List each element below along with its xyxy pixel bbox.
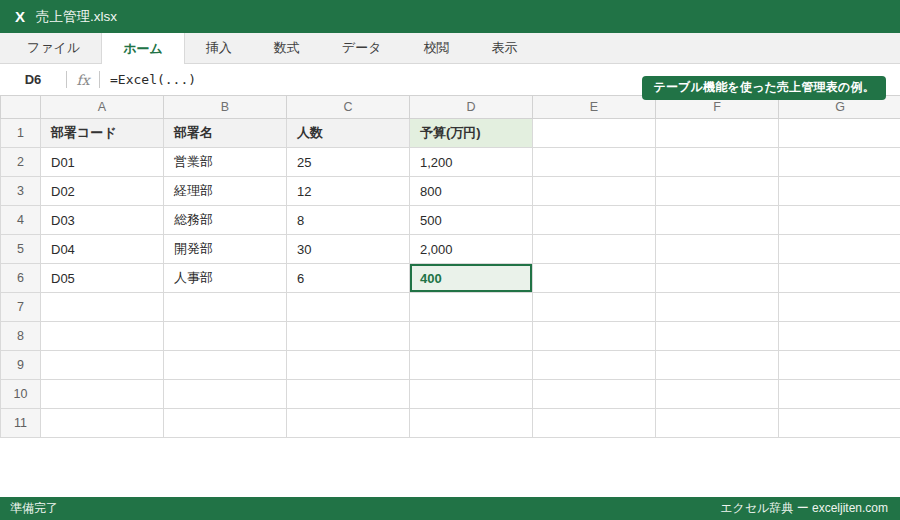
row-header-9[interactable]: 9 <box>1 351 41 380</box>
cell-F8[interactable] <box>656 322 779 351</box>
cell-A11[interactable] <box>41 409 164 438</box>
cell-B11[interactable] <box>164 409 287 438</box>
tab-data[interactable]: データ <box>321 33 403 63</box>
cell-B4[interactable]: 総務部 <box>164 206 287 235</box>
cell-A9[interactable] <box>41 351 164 380</box>
cell-A8[interactable] <box>41 322 164 351</box>
cell-G11[interactable] <box>779 409 900 438</box>
cell-B10[interactable] <box>164 380 287 409</box>
cell-E8[interactable] <box>533 322 656 351</box>
col-header-D[interactable]: D <box>410 96 533 119</box>
select-all-corner[interactable] <box>1 96 41 119</box>
cell-D3[interactable]: 800 <box>410 177 533 206</box>
cell-F2[interactable] <box>656 148 779 177</box>
cell-E7[interactable] <box>533 293 656 322</box>
name-box[interactable]: D6 <box>0 64 66 95</box>
cell-D11[interactable] <box>410 409 533 438</box>
cell-A3[interactable]: D02 <box>41 177 164 206</box>
cell-A5[interactable]: D04 <box>41 235 164 264</box>
tab-view[interactable]: 表示 <box>470 33 538 63</box>
row-header-11[interactable]: 11 <box>1 409 41 438</box>
cell-G6[interactable] <box>779 264 900 293</box>
cell-F5[interactable] <box>656 235 779 264</box>
cell-D8[interactable] <box>410 322 533 351</box>
cell-A1[interactable]: 部署コード <box>41 119 164 148</box>
cell-C9[interactable] <box>287 351 410 380</box>
cell-E2[interactable] <box>533 148 656 177</box>
cell-G5[interactable] <box>779 235 900 264</box>
row-header-3[interactable]: 3 <box>1 177 41 206</box>
cell-E5[interactable] <box>533 235 656 264</box>
cell-F6[interactable] <box>656 264 779 293</box>
row-header-8[interactable]: 8 <box>1 322 41 351</box>
cell-E1[interactable] <box>533 119 656 148</box>
cell-D9[interactable] <box>410 351 533 380</box>
cell-D4[interactable]: 500 <box>410 206 533 235</box>
tab-home[interactable]: ホーム <box>101 33 185 64</box>
cell-D1[interactable]: 予算(万円) <box>410 119 533 148</box>
cell-G4[interactable] <box>779 206 900 235</box>
cell-B5[interactable]: 開発部 <box>164 235 287 264</box>
cell-F9[interactable] <box>656 351 779 380</box>
row-header-1[interactable]: 1 <box>1 119 41 148</box>
cell-G3[interactable] <box>779 177 900 206</box>
cell-A2[interactable]: D01 <box>41 148 164 177</box>
col-header-A[interactable]: A <box>41 96 164 119</box>
cell-C4[interactable]: 8 <box>287 206 410 235</box>
cell-B7[interactable] <box>164 293 287 322</box>
tab-formulas[interactable]: 数式 <box>253 33 321 63</box>
cell-C1[interactable]: 人数 <box>287 119 410 148</box>
cell-B3[interactable]: 経理部 <box>164 177 287 206</box>
row-header-6[interactable]: 6 <box>1 264 41 293</box>
cell-C7[interactable] <box>287 293 410 322</box>
cell-G2[interactable] <box>779 148 900 177</box>
cell-G7[interactable] <box>779 293 900 322</box>
cell-B1[interactable]: 部署名 <box>164 119 287 148</box>
cell-C5[interactable]: 30 <box>287 235 410 264</box>
cell-E10[interactable] <box>533 380 656 409</box>
cell-F1[interactable] <box>656 119 779 148</box>
cell-F11[interactable] <box>656 409 779 438</box>
cell-F7[interactable] <box>656 293 779 322</box>
cell-A7[interactable] <box>41 293 164 322</box>
cell-E9[interactable] <box>533 351 656 380</box>
cell-C2[interactable]: 25 <box>287 148 410 177</box>
cell-A4[interactable]: D03 <box>41 206 164 235</box>
cell-B6[interactable]: 人事部 <box>164 264 287 293</box>
cell-E4[interactable] <box>533 206 656 235</box>
row-header-5[interactable]: 5 <box>1 235 41 264</box>
cell-C3[interactable]: 12 <box>287 177 410 206</box>
row-header-2[interactable]: 2 <box>1 148 41 177</box>
cell-E3[interactable] <box>533 177 656 206</box>
cell-G10[interactable] <box>779 380 900 409</box>
col-header-B[interactable]: B <box>164 96 287 119</box>
cell-A6[interactable]: D05 <box>41 264 164 293</box>
tab-review[interactable]: 校閲 <box>402 33 470 63</box>
cell-F4[interactable] <box>656 206 779 235</box>
tab-insert[interactable]: 挿入 <box>185 33 253 63</box>
row-header-10[interactable]: 10 <box>1 380 41 409</box>
row-header-4[interactable]: 4 <box>1 206 41 235</box>
cell-B9[interactable] <box>164 351 287 380</box>
cell-G1[interactable] <box>779 119 900 148</box>
col-header-E[interactable]: E <box>533 96 656 119</box>
cell-D5[interactable]: 2,000 <box>410 235 533 264</box>
cell-E11[interactable] <box>533 409 656 438</box>
cell-B8[interactable] <box>164 322 287 351</box>
cell-C10[interactable] <box>287 380 410 409</box>
cell-E6[interactable] <box>533 264 656 293</box>
tab-file[interactable]: ファイル <box>6 33 101 63</box>
cell-F10[interactable] <box>656 380 779 409</box>
cell-C11[interactable] <box>287 409 410 438</box>
cell-G9[interactable] <box>779 351 900 380</box>
cell-C6[interactable]: 6 <box>287 264 410 293</box>
cell-D7[interactable] <box>410 293 533 322</box>
col-header-C[interactable]: C <box>287 96 410 119</box>
cell-F3[interactable] <box>656 177 779 206</box>
cell-C8[interactable] <box>287 322 410 351</box>
cell-A10[interactable] <box>41 380 164 409</box>
cell-D10[interactable] <box>410 380 533 409</box>
row-header-7[interactable]: 7 <box>1 293 41 322</box>
cell-D6[interactable]: 400 <box>410 264 533 293</box>
cell-B2[interactable]: 営業部 <box>164 148 287 177</box>
